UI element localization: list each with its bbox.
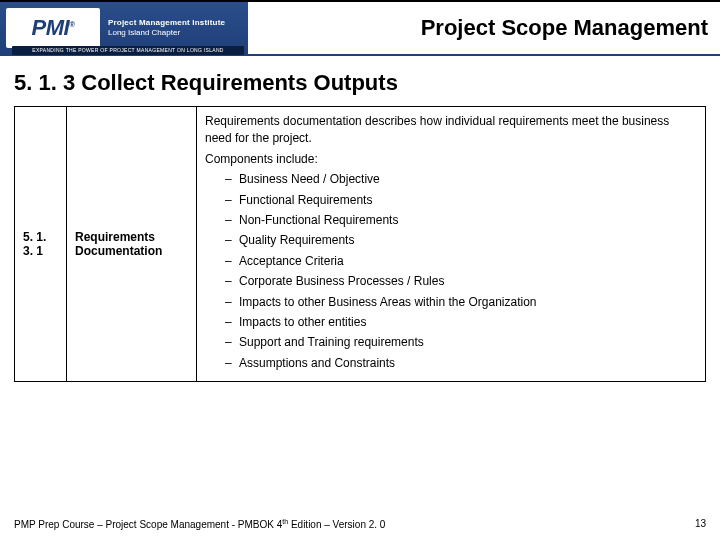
page-title: Project Scope Management [421,15,708,41]
slide: PMI® Project Management Institute Long I… [0,0,720,540]
requirements-table: 5. 1. 3. 1 Requirements Documentation Re… [14,106,706,382]
content: 5. 1. 3. 1 Requirements Documentation Re… [0,106,720,540]
logo-text: PMI® [31,15,74,41]
logo-caption: Project Management Institute Long Island… [108,18,225,37]
footer: PMP Prep Course – Project Scope Manageme… [0,518,720,530]
list-item: Quality Requirements [225,232,697,249]
list-item: Impacts to other entities [225,314,697,331]
cell-name: Requirements Documentation [67,107,197,382]
intro-text-2: Components include: [205,151,697,168]
list-item: Non-Functional Requirements [225,212,697,229]
title-block: Project Scope Management [248,2,720,54]
subhead: 5. 1. 3 Collect Requirements Outputs [0,56,720,106]
list-item: Acceptance Criteria [225,253,697,270]
intro-text-1: Requirements documentation describes how… [205,113,697,148]
list-item: Assumptions and Constraints [225,355,697,372]
list-item: Corporate Business Processes / Rules [225,273,697,290]
logo-caption-line1: Project Management Institute [108,18,225,28]
logo-caption-line2: Long Island Chapter [108,28,225,38]
list-item: Support and Training requirements [225,334,697,351]
cell-description: Requirements documentation describes how… [197,107,706,382]
table-row: 5. 1. 3. 1 Requirements Documentation Re… [15,107,706,382]
logo-tagline: EXPANDING THE POWER OF PROJECT MANAGEMEN… [12,46,244,55]
cell-number: 5. 1. 3. 1 [15,107,67,382]
list-item: Business Need / Objective [225,171,697,188]
list-item: Impacts to other Business Areas within t… [225,294,697,311]
components-list: Business Need / Objective Functional Req… [225,171,697,372]
page-number: 13 [695,518,706,530]
section-heading: 5. 1. 3 Collect Requirements Outputs [14,70,706,96]
list-item: Functional Requirements [225,192,697,209]
pmi-logo: PMI® [6,8,100,48]
footer-left: PMP Prep Course – Project Scope Manageme… [14,518,385,530]
